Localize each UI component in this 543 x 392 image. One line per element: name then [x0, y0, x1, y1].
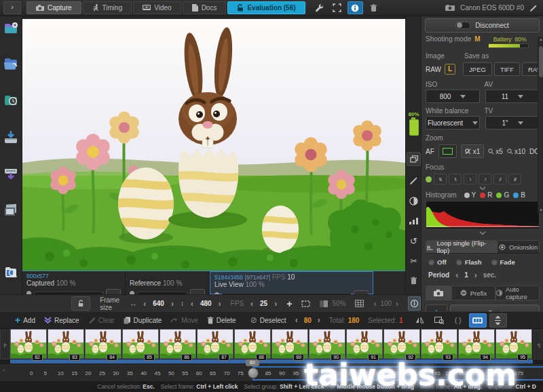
focus-far-2-button[interactable]: //	[493, 174, 506, 184]
loop-mode-radio[interactable]: Fade	[491, 258, 515, 266]
contrast-icon[interactable]	[406, 197, 422, 205]
zoom-region-button[interactable]	[438, 144, 457, 158]
add-overlay-icon[interactable]: +	[286, 298, 292, 309]
format-button[interactable]: JPEG	[463, 62, 492, 76]
loop-mode-radio[interactable]: Flash	[456, 258, 482, 266]
iso-dropdown[interactable]: 800	[426, 90, 480, 103]
move-frame-button[interactable]: Move	[170, 317, 198, 324]
af-label[interactable]: AF	[426, 148, 434, 155]
brackets-icon[interactable]: ( )	[450, 314, 466, 327]
frame-thumbnail[interactable]: 87	[197, 329, 233, 359]
focus-near-3-button[interactable]: \\\	[434, 174, 447, 184]
scrollbar-thumb[interactable]	[539, 46, 543, 77]
period-increment[interactable]: ›	[474, 272, 477, 279]
frame-thumbnail[interactable]: 82	[10, 329, 47, 359]
channel-b-toggle[interactable]: B	[513, 191, 525, 199]
playhead-knob[interactable]	[248, 368, 259, 378]
panel-scrollbar[interactable]: ▲ ▼	[538, 37, 543, 213]
frame-height-value[interactable]: 480	[200, 300, 212, 307]
frame-decrement[interactable]: ‹	[295, 317, 298, 324]
frame-thumbnail[interactable]: 84	[85, 329, 121, 359]
tab-onionskin[interactable]: Onionskin	[497, 240, 540, 253]
grid-icon[interactable]	[355, 300, 364, 307]
undo-rotate-icon[interactable]: ↺	[406, 236, 422, 246]
height-decrement[interactable]: ‹	[191, 300, 193, 307]
new-project-icon[interactable]	[3, 20, 19, 37]
height-increment[interactable]: ›	[219, 300, 221, 307]
grid-increment[interactable]: ›	[396, 300, 398, 307]
frame-outline-icon[interactable]	[301, 300, 310, 307]
loop-mode-radio[interactable]: Off	[428, 258, 447, 266]
levels-icon[interactable]	[406, 217, 422, 224]
frame-thumbnail[interactable]: 88	[234, 329, 271, 359]
info-icon[interactable]	[348, 1, 363, 14]
pen-tool-icon[interactable]	[406, 176, 422, 185]
pen-icon[interactable]	[529, 4, 538, 12]
replace-frame-button[interactable]: Replace	[44, 317, 79, 324]
width-increment[interactable]: ›	[171, 300, 174, 307]
zoom-x10-button[interactable]: x10	[507, 148, 525, 155]
delete-frame-button[interactable]: Delete	[207, 317, 236, 324]
captured-panel[interactable]: 800x577 Captured 100 %	[22, 271, 126, 294]
tab-docs[interactable]: Docs	[183, 1, 227, 14]
current-frame-value[interactable]: 80	[304, 317, 312, 324]
frame-thumbnail[interactable]: 85	[122, 329, 159, 359]
white-balance-dropdown[interactable]: Fluorescent	[426, 116, 480, 130]
frame-increment[interactable]: ›	[318, 317, 320, 324]
frame-thumbnail[interactable]: 93	[421, 329, 457, 359]
recent-projects-icon[interactable]	[3, 92, 19, 109]
reference-panel[interactable]: Reference 100 %	[126, 271, 210, 294]
av-dropdown[interactable]: 11	[485, 90, 540, 103]
frame-thumbnail[interactable]: 86	[160, 329, 196, 359]
fullscreen-icon[interactable]	[330, 2, 344, 14]
open-project-icon[interactable]	[3, 56, 19, 72]
focus-near-2-button[interactable]: \\	[449, 174, 462, 184]
channel-r-toggle[interactable]: R	[480, 191, 492, 199]
focus-far-1-button[interactable]: /	[479, 174, 491, 184]
tab-video[interactable]: Video	[133, 1, 181, 14]
frame-thumbnail[interactable]: 90	[309, 329, 345, 359]
tab-evaluation[interactable]: Evaluation (56)	[227, 1, 305, 14]
channel-y-toggle[interactable]: Y	[464, 191, 476, 199]
move-vertical-button[interactable]	[489, 313, 507, 328]
export-frames-icon[interactable]	[3, 165, 19, 182]
filmstrip-view-button[interactable]	[469, 313, 487, 328]
deselect-button[interactable]: ⊘ Deselect	[250, 315, 286, 325]
frame-info-button[interactable]	[408, 296, 421, 311]
frame-thumbnail[interactable]: 91	[346, 329, 383, 359]
live-view-panel[interactable]: 5184x3456 [971x647] FPS 10 Live View 100…	[210, 271, 373, 294]
fps-value[interactable]: 25	[260, 300, 267, 307]
fps-decrement[interactable]: ‹	[250, 300, 253, 307]
import-frames-icon[interactable]	[3, 129, 19, 145]
frame-thumbnail[interactable]: 83	[48, 329, 84, 359]
frame-width-value[interactable]: 640	[153, 300, 164, 307]
tab-timing[interactable]: Timing	[83, 1, 132, 14]
filmstrip-skip-end-button[interactable]: ›|	[533, 330, 543, 359]
focus-far-3-button[interactable]: ///	[508, 174, 521, 184]
collapse-sidebar-button[interactable]: ›	[3, 1, 21, 14]
tab-loop-single[interactable]: Loop single (Flip-flop)	[426, 240, 497, 253]
ruler-back-arrow[interactable]: ‹	[3, 367, 5, 374]
frame-thumbnail[interactable]: 95	[495, 329, 532, 359]
frame-editor-icon[interactable]	[3, 202, 19, 218]
wrench-icon[interactable]	[312, 2, 326, 14]
focus-near-1-button[interactable]: \	[464, 174, 476, 184]
duplicate-frame-button[interactable]: Duplicate	[124, 317, 162, 324]
search-project-icon[interactable]	[3, 264, 19, 281]
live-view-viewport[interactable]	[22, 19, 405, 271]
clear-frame-button[interactable]: Clear	[88, 317, 115, 324]
grid-decrement[interactable]: ‹	[373, 300, 376, 307]
raw-size-badge[interactable]: L	[445, 64, 455, 75]
width-decrement[interactable]: ‹	[143, 300, 146, 307]
fps-increment[interactable]: ›	[274, 300, 277, 307]
mirror-icon[interactable]	[412, 314, 428, 327]
add-frame-button[interactable]: + Add	[15, 315, 35, 326]
frame-thumbnail[interactable]: 92	[383, 329, 420, 359]
format-button[interactable]: TIFF	[494, 62, 520, 76]
trash-icon[interactable]	[367, 2, 381, 14]
disconnect-button[interactable]: Disconnect	[425, 18, 540, 33]
period-decrement[interactable]: ‹	[455, 272, 458, 279]
tab-camera[interactable]	[426, 286, 451, 300]
section-collapse-chevron[interactable]	[426, 231, 540, 235]
channel-g-toggle[interactable]: G	[496, 191, 509, 199]
